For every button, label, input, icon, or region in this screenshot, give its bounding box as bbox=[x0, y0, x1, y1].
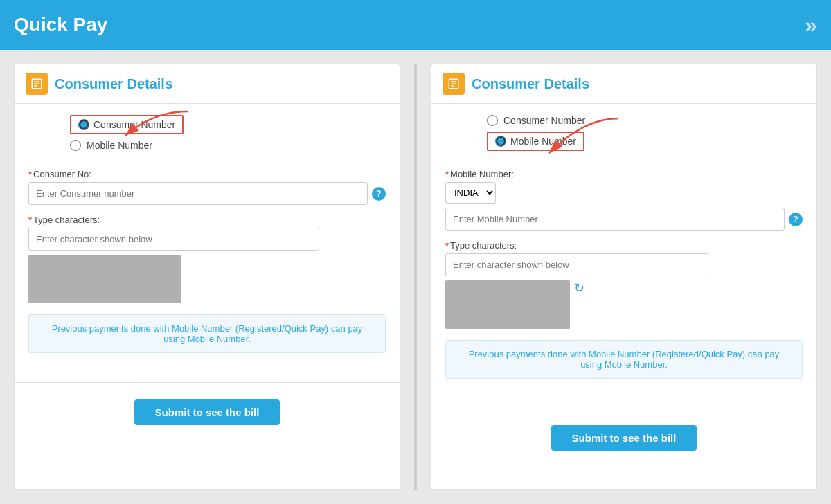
header-chevron-icon: » bbox=[805, 12, 817, 38]
right-panel-header: Consumer Details bbox=[431, 64, 816, 104]
right-captcha-group: * Type characters: ↻ bbox=[445, 240, 803, 329]
left-radio-group: Consumer Number Mobile Number bbox=[28, 115, 386, 151]
left-panel-icon bbox=[26, 73, 48, 95]
right-panel-icon bbox=[443, 73, 465, 95]
right-mobile-number-input[interactable] bbox=[445, 208, 785, 231]
right-mobile-help-icon[interactable]: ? bbox=[789, 213, 803, 226]
page-title: Quick Pay bbox=[14, 14, 107, 36]
left-divider bbox=[15, 382, 400, 383]
left-captcha-input[interactable] bbox=[28, 228, 319, 251]
left-consumer-no-group: * Consumer No: ? bbox=[28, 169, 386, 205]
left-panel-header: Consumer Details bbox=[15, 64, 400, 104]
right-captcha-row: ↻ bbox=[445, 276, 803, 329]
right-arrow-annotation bbox=[535, 115, 625, 163]
left-panel: Consumer Details bbox=[14, 64, 400, 490]
left-panel-title: Consumer Details bbox=[55, 76, 172, 92]
right-captcha-label: * Type characters: bbox=[445, 240, 803, 251]
right-submit-area: Submit to see the bill bbox=[431, 415, 816, 460]
left-captcha-label: * Type characters: bbox=[28, 215, 386, 225]
left-arrow-annotation bbox=[111, 108, 195, 150]
right-mobile-no-group: * Mobile Number: INDIA ? bbox=[445, 169, 803, 231]
right-divider bbox=[431, 408, 816, 408]
right-refresh-icon[interactable]: ↻ bbox=[574, 280, 584, 296]
right-mobile-label: * Mobile Number: bbox=[445, 169, 803, 179]
panel-divider bbox=[414, 64, 417, 490]
left-consumer-number-input[interactable] bbox=[28, 182, 368, 205]
right-panel-body: Consumer Number Mobile Number * Mobile N… bbox=[431, 104, 816, 401]
left-panel-body: Consumer Number Mobile Number * Consumer… bbox=[15, 104, 400, 375]
left-info-box: Previous payments done with Mobile Numbe… bbox=[28, 314, 386, 353]
left-submit-button[interactable]: Submit to see the bill bbox=[134, 399, 280, 425]
right-radio-mobile[interactable] bbox=[495, 136, 506, 147]
left-submit-area: Submit to see the bill bbox=[15, 390, 400, 435]
right-panel-title: Consumer Details bbox=[472, 76, 589, 92]
right-mobile-input-row: ? bbox=[445, 208, 803, 231]
right-info-text: Previous payments done with Mobile Numbe… bbox=[469, 349, 780, 370]
right-select-row: INDIA bbox=[445, 182, 803, 204]
left-radio-mobile[interactable] bbox=[70, 140, 81, 151]
page-header: Quick Pay » bbox=[0, 0, 831, 50]
right-radio-consumer[interactable] bbox=[487, 115, 498, 126]
left-consumer-input-row: ? bbox=[28, 182, 386, 205]
left-consumer-no-label: * Consumer No: bbox=[28, 169, 386, 179]
left-captcha-image bbox=[28, 255, 181, 303]
right-panel: Consumer Details Consumer Nu bbox=[431, 64, 817, 490]
left-captcha-group: * Type characters: bbox=[28, 215, 386, 303]
right-captcha-input[interactable] bbox=[445, 253, 708, 276]
right-submit-button[interactable]: Submit to see the bill bbox=[551, 425, 697, 451]
left-info-text: Previous payments done with Mobile Numbe… bbox=[52, 323, 363, 344]
left-radio-consumer[interactable] bbox=[78, 119, 89, 130]
right-country-select[interactable]: INDIA bbox=[445, 182, 496, 204]
right-captcha-image bbox=[445, 280, 570, 329]
right-info-box: Previous payments done with Mobile Numbe… bbox=[445, 340, 803, 379]
left-consumer-help-icon[interactable]: ? bbox=[372, 187, 386, 201]
main-content: Consumer Details bbox=[0, 50, 831, 504]
